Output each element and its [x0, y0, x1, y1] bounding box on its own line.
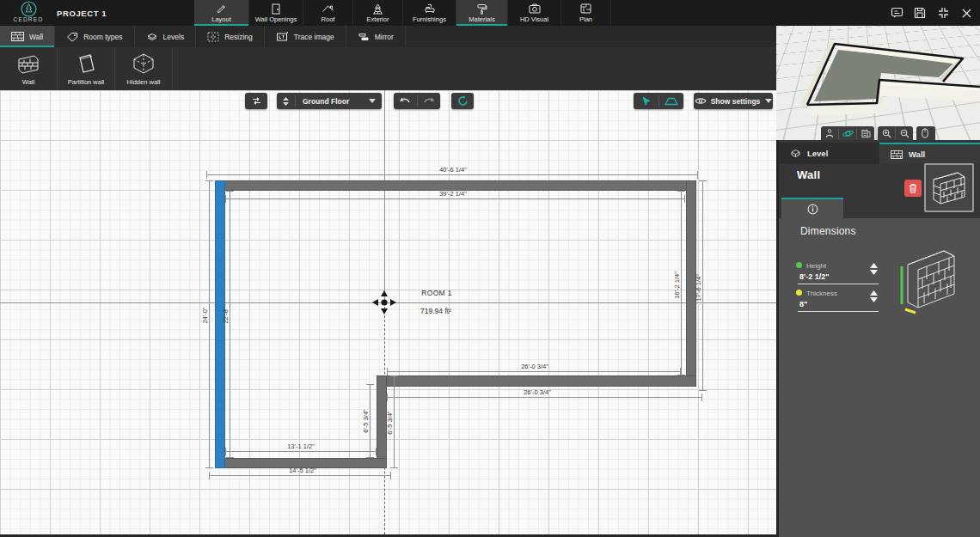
room-area: 719.94 ft²: [420, 307, 451, 315]
height-stepper[interactable]: [870, 263, 878, 275]
dim-label[interactable]: 14'-5 1/2": [289, 467, 316, 474]
show-settings-dropdown[interactable]: Show settings: [694, 93, 773, 109]
panel-tab-label: Level: [807, 149, 828, 158]
tab-plan[interactable]: Plan: [561, 0, 611, 26]
tab-layout[interactable]: Layout: [194, 0, 249, 26]
roof-view-button[interactable]: [659, 95, 683, 108]
tool-tab-bar: Wall Room types Levels Resizing Trace im…: [0, 26, 778, 47]
tool-tab-resizing[interactable]: Resizing: [196, 26, 265, 47]
tab-label: Wall Openings: [255, 15, 297, 23]
refresh-icon: [457, 95, 469, 107]
elevation-view-icon[interactable]: [857, 126, 874, 140]
mouse-icon[interactable]: [916, 126, 934, 140]
first-person-icon[interactable]: [821, 126, 838, 140]
save-icon[interactable]: [913, 6, 927, 20]
dim-label[interactable]: 16'-2 1/4": [673, 272, 681, 299]
vertical-axis-line: [384, 90, 385, 302]
tab-label: Layout: [211, 15, 231, 23]
tab-wall-openings[interactable]: Wall Openings: [249, 0, 303, 26]
tab-exterior[interactable]: Exterior: [353, 0, 403, 26]
tab-roof[interactable]: Roof: [303, 0, 353, 26]
wall-middle[interactable]: [377, 375, 696, 387]
room-name[interactable]: ROOM 1: [421, 289, 451, 297]
tool-tab-label: Levels: [163, 33, 185, 41]
wall-tool-button[interactable]: Wall: [0, 47, 58, 90]
info-icon: [807, 204, 818, 215]
room-3d-model: [776, 24, 980, 140]
dim-label[interactable]: 17'-6 1/4": [695, 274, 702, 302]
tool-tab-mirror[interactable]: Mirror: [346, 26, 406, 47]
tool-tab-label: Mirror: [375, 33, 394, 41]
dim-label[interactable]: 24'-0": [201, 307, 209, 323]
stacked-levels-icon: [146, 32, 158, 42]
wall-left-selected[interactable]: [215, 180, 225, 468]
brick-pattern-icon: [891, 150, 903, 159]
tool-tab-levels[interactable]: Levels: [135, 26, 197, 47]
trace-image-icon: [276, 32, 289, 42]
pointer-tool-button[interactable]: [634, 95, 658, 108]
thickness-status-dot: [796, 290, 802, 296]
tool-tab-trace-image[interactable]: Trace image: [265, 26, 346, 47]
floorplan-canvas[interactable]: 40'-6 1/4" 39'-2 1/4" 24'-0" 22'-8" 16'-…: [0, 90, 778, 534]
preview-3d-viewport[interactable]: [776, 24, 980, 140]
dim-label[interactable]: 26'-0 3/4": [524, 388, 551, 396]
tab-materials[interactable]: Materials: [456, 0, 508, 26]
swap-arrows-icon: [251, 96, 262, 106]
dim-line: [370, 384, 371, 458]
dim-label[interactable]: 39'-2 1/4": [439, 190, 467, 198]
level-stepper[interactable]: [283, 97, 289, 106]
tool-tab-label: Trace image: [294, 33, 334, 41]
dim-label[interactable]: 6'-5 3/4": [362, 409, 370, 432]
partition-wall-tool-button[interactable]: Partition wall: [58, 47, 115, 90]
zoom-out-icon[interactable]: [896, 126, 913, 140]
wall-tool-label: Wall: [22, 78, 34, 86]
panel-tab-level[interactable]: Level: [779, 143, 879, 164]
dim-label[interactable]: 40'-6 1/4": [439, 166, 467, 174]
dim-line: [230, 191, 230, 458]
cedreo-logo[interactable]: CEDREO: [5, 1, 52, 25]
hidden-wall-tool-button[interactable]: Hidden wall: [115, 47, 173, 90]
paint-roller-icon: [476, 3, 487, 15]
dim-label[interactable]: 26'-0 3/4": [521, 363, 548, 370]
brick-wall-icon: [15, 52, 41, 75]
feedback-icon[interactable]: [890, 6, 903, 20]
exit-fullscreen-icon[interactable]: [936, 6, 950, 20]
tool-tab-room-types[interactable]: Room types: [55, 26, 134, 47]
tool-tab-label: Wall: [29, 33, 43, 41]
tab-furnishings[interactable]: Furnishings: [403, 0, 456, 26]
tool-tab-wall[interactable]: Wall: [0, 26, 55, 47]
dimensions-section: Dimensions Height 8'-2 1/2" Thickness 8": [779, 218, 980, 537]
dimensions-title: Dimensions: [800, 225, 856, 237]
delete-wall-button[interactable]: [904, 180, 922, 197]
tab-label: Materials: [469, 15, 494, 23]
orbit-icon[interactable]: [839, 126, 856, 140]
height-value[interactable]: 8'-2 1/2": [799, 272, 829, 281]
plan-sheet-icon: [580, 3, 591, 15]
properties-panel: Level Wall Wall Dimensions Height 8'-2 1…: [776, 140, 980, 537]
level-selector-value: Ground Floor: [296, 97, 369, 106]
tab-hd-visual[interactable]: HD Visual: [508, 0, 561, 26]
info-tab[interactable]: [781, 198, 843, 218]
tab-label: Exterior: [367, 15, 389, 23]
undo-button[interactable]: [395, 95, 417, 108]
wall-material-thumbnail[interactable]: [924, 163, 974, 212]
camera-icon: [529, 3, 541, 15]
level-selector[interactable]: Ground Floor: [277, 93, 382, 109]
dim-label[interactable]: 13'-1 1/2": [287, 442, 315, 450]
redo-button[interactable]: [418, 95, 440, 108]
thickness-label: Thickness: [806, 290, 837, 297]
dim-label[interactable]: 6'-5 3/4": [386, 411, 394, 434]
close-icon[interactable]: [959, 6, 973, 20]
dim-label[interactable]: 22'-8": [222, 307, 230, 323]
show-settings-label: Show settings: [711, 97, 761, 106]
level-box-icon: [790, 149, 801, 158]
zoom-in-icon[interactable]: [878, 126, 895, 140]
refresh-3d-button[interactable]: [451, 93, 474, 109]
thickness-stepper[interactable]: [870, 290, 878, 302]
move-handle[interactable]: [371, 289, 398, 316]
swap-view-button[interactable]: [245, 93, 267, 109]
main-tabs: Layout Wall Openings Roof Exterior Furni…: [194, 0, 611, 26]
thickness-value[interactable]: 8": [799, 300, 807, 308]
panel-tabs: Level Wall: [779, 143, 980, 164]
panel-tab-wall[interactable]: Wall: [879, 143, 980, 164]
